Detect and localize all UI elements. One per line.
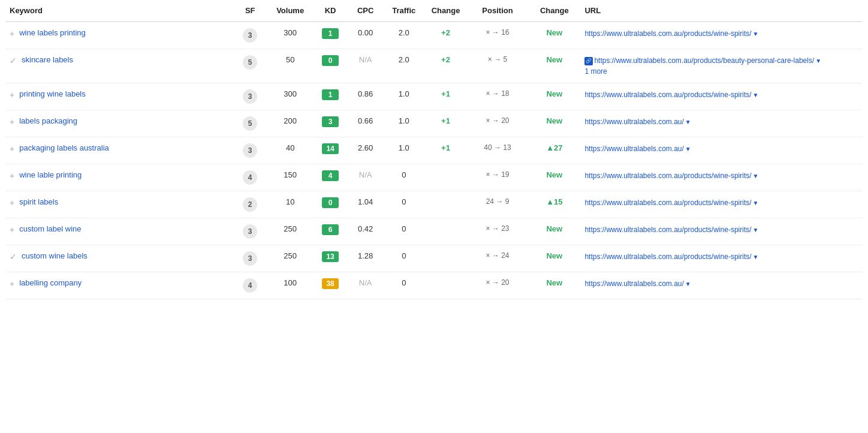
plus-icon[interactable]: + [10, 198, 14, 208]
plus-icon[interactable]: + [10, 29, 14, 38]
plus-icon[interactable]: + [10, 279, 14, 288]
td-kd-0: 1 [314, 22, 347, 49]
table-row: +custom label wine325060.420× → 23Newhtt… [6, 218, 862, 245]
td-cpc-2: 0.86 [347, 83, 384, 110]
td-sf-6: 2 [233, 191, 267, 218]
td-kd-3: 3 [314, 110, 347, 137]
td-traffic-8: 0 [384, 245, 424, 272]
main-table-container: Keyword SF Volume KD CPC Traffic Change … [0, 0, 868, 299]
check-icon[interactable]: ✓ [10, 56, 17, 65]
td-position-3: × → 20 [468, 110, 528, 137]
td-keyword-5: +wine lable printing [6, 164, 233, 191]
td-url-1: 🔗https://www.ultralabels.com.au/products… [581, 49, 862, 83]
plus-icon[interactable]: + [10, 90, 14, 100]
url-dropdown-button[interactable]: ▼ [685, 118, 691, 127]
kd-badge: 14 [322, 143, 339, 154]
keyword-text[interactable]: labels packaging [19, 116, 77, 125]
keyword-text[interactable]: wine lable printing [19, 170, 82, 179]
keyword-text[interactable]: printing wine labels [19, 89, 86, 98]
td-change1-2: +1 [424, 83, 468, 110]
plus-icon[interactable]: + [10, 117, 14, 127]
sf-badge: 4 [243, 170, 257, 185]
url-link[interactable]: https://www.ultralabels.com.au/ [584, 279, 683, 288]
td-change1-6 [424, 191, 468, 218]
keyword-text[interactable]: custom wine labels [22, 251, 88, 260]
keyword-text[interactable]: skincare labels [22, 55, 73, 64]
change2-value: New [546, 89, 562, 98]
td-cpc-1: N/A [347, 49, 384, 83]
url-dropdown-button[interactable]: ▼ [753, 172, 759, 181]
url-link[interactable]: https://www.ultralabels.com.au/products/… [584, 199, 751, 207]
td-kd-1: 0 [314, 49, 347, 83]
url-link[interactable]: https://www.ultralabels.com.au/products/… [584, 91, 751, 99]
td-change1-9 [424, 272, 468, 299]
td-change1-7 [424, 218, 468, 245]
kd-badge: 1 [322, 28, 339, 39]
url-dropdown-button[interactable]: ▼ [685, 145, 691, 154]
change2-value: ▲27 [546, 143, 562, 152]
col-header-sf: SF [233, 0, 267, 22]
plus-icon[interactable]: + [10, 144, 14, 154]
kd-badge: 4 [322, 170, 339, 181]
td-volume-2: 300 [267, 83, 314, 110]
td-position-5: × → 19 [468, 164, 528, 191]
check-icon[interactable]: ✓ [10, 252, 17, 261]
change2-value: New [546, 278, 562, 287]
td-change1-3: +1 [424, 110, 468, 137]
sf-badge: 4 [243, 278, 257, 293]
url-dropdown-button[interactable]: ▼ [753, 91, 759, 100]
url-link[interactable]: https://www.ultralabels.com.au/products/… [584, 29, 751, 38]
td-sf-3: 5 [233, 110, 267, 137]
url-link[interactable]: https://www.ultralabels.com.au/ [584, 145, 683, 153]
td-change2-1: New [528, 49, 581, 83]
keyword-text[interactable]: packaging labels australia [19, 143, 109, 152]
url-link[interactable]: https://www.ultralabels.com.au/products/… [584, 172, 751, 180]
td-traffic-5: 0 [384, 164, 424, 191]
td-change1-0: +2 [424, 22, 468, 49]
td-url-4: https://www.ultralabels.com.au/ ▼ [581, 137, 862, 164]
keyword-text[interactable]: labelling company [19, 278, 82, 287]
td-position-4: 40 → 13 [468, 137, 528, 164]
url-link[interactable]: https://www.ultralabels.com.au/ [584, 118, 683, 126]
url-dropdown-button[interactable]: ▼ [685, 279, 691, 288]
td-keyword-7: +custom label wine [6, 218, 233, 245]
change1-value: +1 [441, 89, 450, 98]
url-dropdown-button[interactable]: ▼ [753, 252, 759, 261]
keyword-text[interactable]: wine labels printing [19, 28, 86, 37]
url-dropdown-button[interactable]: ▼ [753, 29, 759, 38]
change2-value: New [546, 224, 562, 233]
keyword-text[interactable]: custom label wine [19, 224, 81, 233]
plus-icon[interactable]: + [10, 225, 14, 234]
td-sf-8: 3 [233, 245, 267, 272]
url-dropdown-button[interactable]: ▼ [815, 56, 821, 65]
url-link[interactable]: https://www.ultralabels.com.au/products/… [584, 252, 751, 261]
td-url-6: https://www.ultralabels.com.au/products/… [581, 191, 862, 218]
url-dropdown-button[interactable]: ▼ [753, 225, 759, 234]
col-header-kd: KD [314, 0, 347, 22]
td-traffic-7: 0 [384, 218, 424, 245]
col-header-change2: Change [528, 0, 581, 22]
td-sf-9: 4 [233, 272, 267, 299]
keyword-text[interactable]: spirit labels [19, 197, 58, 206]
table-header-row: Keyword SF Volume KD CPC Traffic Change … [6, 0, 862, 22]
plus-icon[interactable]: + [10, 171, 14, 181]
td-keyword-2: +printing wine labels [6, 83, 233, 110]
col-header-url: URL [581, 0, 862, 22]
change2-value: New [546, 55, 562, 64]
td-change2-0: New [528, 22, 581, 49]
td-position-8: × → 24 [468, 245, 528, 272]
keyword-table: Keyword SF Volume KD CPC Traffic Change … [6, 0, 862, 299]
td-change2-2: New [528, 83, 581, 110]
url-dropdown-button[interactable]: ▼ [753, 199, 759, 208]
td-change1-5 [424, 164, 468, 191]
url-link[interactable]: https://www.ultralabels.com.au/products/… [584, 225, 751, 234]
td-volume-1: 50 [267, 49, 314, 83]
kd-badge: 0 [322, 197, 339, 208]
td-change2-7: New [528, 218, 581, 245]
more-urls-link[interactable]: 1 more [584, 67, 607, 76]
td-change2-6: ▲15 [528, 191, 581, 218]
td-position-1: × → 5 [468, 49, 528, 83]
url-link[interactable]: https://www.ultralabels.com.au/products/… [594, 56, 814, 65]
sf-badge: 3 [243, 89, 257, 104]
td-url-7: https://www.ultralabels.com.au/products/… [581, 218, 862, 245]
